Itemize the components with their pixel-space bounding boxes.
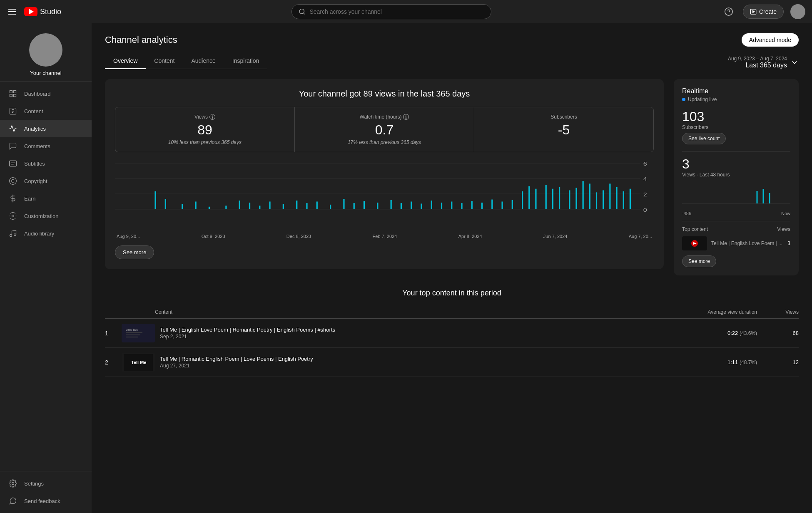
realtime-views-label: Views · Last 48 hours bbox=[682, 172, 790, 178]
svg-text:6: 6 bbox=[643, 161, 647, 167]
search-input[interactable] bbox=[309, 8, 484, 15]
top-content-header: Top content Views bbox=[682, 226, 790, 232]
summary-see-more-button[interactable]: See more bbox=[115, 245, 154, 259]
top-content-section: Your top content in this period Content … bbox=[105, 289, 799, 377]
sidebar-item-subtitles[interactable]: Subtitles bbox=[0, 155, 92, 172]
svg-point-19 bbox=[12, 483, 14, 485]
help-button[interactable] bbox=[721, 4, 736, 19]
svg-rect-9 bbox=[14, 94, 16, 97]
sidebar-item-dashboard[interactable]: Dashboard bbox=[0, 85, 92, 102]
content-icon bbox=[8, 107, 17, 116]
watch-time-info-icon[interactable]: ℹ bbox=[403, 114, 409, 120]
views-info-icon[interactable]: ℹ bbox=[209, 114, 215, 120]
realtime-subscribers-label: Subscribers bbox=[682, 124, 790, 130]
avg-2: 1:11 (48.7%) bbox=[699, 359, 765, 365]
table-row: 2 Tell Me Tell Me | Romantic English Poe… bbox=[105, 348, 799, 377]
live-dot bbox=[682, 98, 685, 101]
svg-point-18 bbox=[14, 234, 16, 236]
watch-time-note: 17% less than previous 365 days bbox=[301, 139, 467, 145]
views-value: 89 bbox=[122, 122, 288, 138]
customization-icon bbox=[8, 211, 17, 221]
views-chart: 6 4 2 0 bbox=[115, 161, 654, 227]
sidebar-item-feedback[interactable]: Send feedback bbox=[0, 492, 92, 510]
metric-subscribers: Subscribers -5 bbox=[474, 107, 653, 152]
svg-marker-5 bbox=[753, 10, 755, 12]
chart-label-3: Feb 7, 2024 bbox=[373, 234, 397, 239]
sidebar-item-customization[interactable]: Customization bbox=[0, 207, 92, 225]
realtime-subscribers-stat: 103 Subscribers See live count bbox=[682, 109, 790, 144]
views-2: 12 bbox=[765, 359, 799, 365]
table-header: Content Average view duration Views bbox=[105, 306, 799, 319]
tab-overview[interactable]: Overview bbox=[105, 53, 146, 69]
top-content-item: Tell Me | English Love Poem | ... 3 bbox=[682, 236, 790, 250]
svg-rect-86 bbox=[126, 335, 140, 335]
tab-content[interactable]: Content bbox=[146, 53, 183, 69]
page-title: Channel analytics bbox=[105, 35, 177, 45]
content-area: Channel analytics Advanced mode Overview… bbox=[92, 23, 812, 513]
feedback-icon bbox=[8, 496, 17, 506]
date-range-selector[interactable]: Aug 9, 2023 – Aug 7, 2024 Last 365 days bbox=[728, 56, 799, 69]
analytics-right-panel: Realtime Updating live 103 Subscribers S… bbox=[674, 79, 799, 275]
channel-name: Your channel bbox=[30, 70, 61, 76]
sidebar-item-copyright[interactable]: Copyright bbox=[0, 172, 92, 190]
svg-line-1 bbox=[303, 13, 304, 14]
sidebar-channel: Your channel bbox=[0, 27, 92, 82]
youtube-studio-logo[interactable]: Studio bbox=[24, 7, 61, 16]
svg-rect-7 bbox=[14, 91, 16, 93]
metric-watch-time: Watch time (hours) ℹ 0.7 17% less than p… bbox=[295, 107, 474, 152]
views-note: 10% less than previous 365 days bbox=[122, 139, 288, 145]
svg-text:4: 4 bbox=[643, 176, 647, 182]
top-content-title: Tell Me | English Love Poem | ... bbox=[711, 240, 783, 246]
create-button[interactable]: Create bbox=[743, 5, 784, 19]
svg-text:Let's Talk: Let's Talk bbox=[126, 328, 138, 331]
advanced-mode-button[interactable]: Advanced mode bbox=[742, 33, 799, 47]
realtime-time-labels: -48h Now bbox=[682, 211, 790, 216]
studio-label: Studio bbox=[40, 7, 61, 16]
date-range-label: Last 365 days bbox=[728, 62, 787, 69]
rank-2: 2 bbox=[105, 359, 122, 366]
sidebar-item-settings[interactable]: Settings bbox=[0, 475, 92, 492]
realtime-views-count: 3 bbox=[682, 156, 790, 172]
svg-text:2: 2 bbox=[643, 192, 647, 198]
svg-point-0 bbox=[299, 9, 304, 14]
realtime-see-more-button[interactable]: See more bbox=[682, 255, 716, 267]
tab-inspiration[interactable]: Inspiration bbox=[224, 53, 268, 69]
top-content-title: Your top content in this period bbox=[105, 289, 799, 297]
sidebar-item-content[interactable]: Content bbox=[0, 102, 92, 120]
chevron-down-icon bbox=[790, 58, 799, 67]
svg-rect-11 bbox=[10, 161, 17, 166]
title-1: Tell Me | English Love Poem | Romantic P… bbox=[160, 327, 699, 333]
realtime-divider-2 bbox=[682, 221, 790, 221]
channel-avatar[interactable] bbox=[29, 33, 62, 67]
col-header-views: Views bbox=[765, 309, 799, 315]
tabs-and-date-row: Overview Content Audience Inspiration Au… bbox=[105, 53, 799, 69]
views-1: 68 bbox=[765, 330, 799, 336]
col-header-avg: Average view duration bbox=[699, 309, 765, 315]
sidebar-item-analytics[interactable]: Analytics bbox=[0, 120, 92, 137]
sidebar-item-audio-library[interactable]: Audio library bbox=[0, 225, 92, 242]
thumbnail-1: Let's Talk bbox=[122, 324, 155, 342]
see-live-count-button[interactable]: See live count bbox=[682, 133, 726, 144]
analytics-main: Your channel got 89 views in the last 36… bbox=[105, 79, 799, 275]
user-avatar[interactable] bbox=[790, 4, 805, 19]
metric-views: Views ℹ 89 10% less than previous 365 da… bbox=[115, 107, 295, 152]
content-table: Content Average view duration Views 1 Le… bbox=[105, 306, 799, 377]
svg-text:0: 0 bbox=[643, 207, 647, 213]
realtime-views-stat: 3 Views · Last 48 hours bbox=[682, 156, 790, 178]
sidebar-item-earn[interactable]: Earn bbox=[0, 190, 92, 207]
realtime-divider bbox=[682, 151, 790, 151]
sidebar: Your channel Dashboard bbox=[0, 23, 92, 513]
analytics-icon bbox=[8, 124, 17, 133]
dashboard-icon bbox=[8, 89, 17, 98]
copyright-icon bbox=[8, 176, 17, 186]
realtime-chart bbox=[682, 183, 790, 208]
sidebar-item-comments[interactable]: Comments bbox=[0, 137, 92, 155]
top-content-views: 3 bbox=[787, 240, 790, 246]
hamburger-menu[interactable] bbox=[7, 7, 17, 16]
chart-label-1: Oct 9, 2023 bbox=[202, 234, 225, 239]
tab-audience[interactable]: Audience bbox=[183, 53, 224, 69]
realtime-subscribers-count: 103 bbox=[682, 109, 790, 124]
subtitles-icon bbox=[8, 159, 17, 168]
svg-point-17 bbox=[10, 235, 12, 237]
col-header-content: Content bbox=[155, 309, 699, 315]
